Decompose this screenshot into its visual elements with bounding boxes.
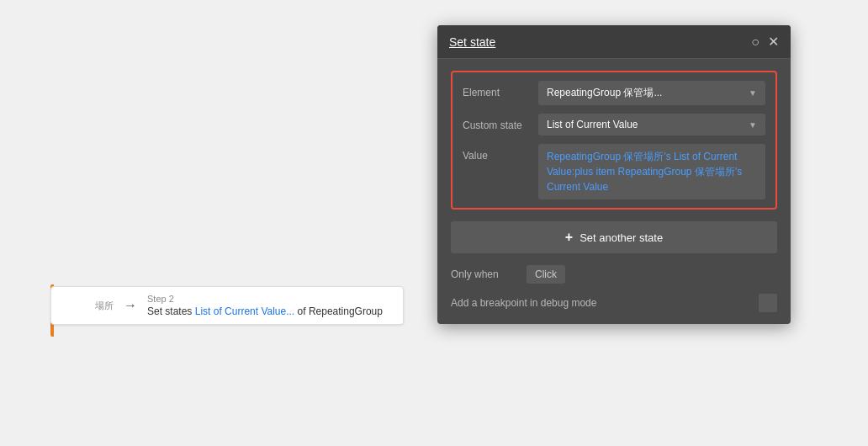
step-left-text: 場所 <box>63 300 114 312</box>
value-control: RepeatingGroup 保管場所's List of Current Va… <box>538 144 765 199</box>
panel-body: Element RepeatingGroup 保管場... ▼ Custom s… <box>437 59 791 324</box>
custom-state-control: List of Current Value ▼ <box>538 114 765 135</box>
element-dropdown-arrow: ▼ <box>749 88 757 98</box>
value-text[interactable]: RepeatingGroup 保管場所's List of Current Va… <box>538 144 765 199</box>
custom-state-dropdown-arrow: ▼ <box>749 120 757 130</box>
set-another-label: Set another state <box>580 231 663 244</box>
debug-toggle[interactable] <box>759 294 777 312</box>
custom-state-value: List of Current Value <box>547 119 638 130</box>
custom-state-label: Custom state <box>463 114 530 131</box>
header-icons <box>751 34 779 50</box>
step-highlight: List of Current Value... <box>195 305 295 317</box>
highlight-box: Element RepeatingGroup 保管場... ▼ Custom s… <box>451 71 777 210</box>
step-description: Set states List of Current Value... of R… <box>147 305 383 317</box>
value-row: Value RepeatingGroup 保管場所's List of Curr… <box>463 144 765 199</box>
step-content: Step 2 Set states List of Current Value.… <box>147 294 383 317</box>
step-label: Step 2 <box>147 294 383 304</box>
debug-label: Add a breakpoint in debug mode <box>451 297 596 309</box>
close-icon[interactable] <box>768 34 779 50</box>
plus-icon: + <box>565 230 573 245</box>
step-card: 場所 → Step 2 Set states List of Current V… <box>50 286 404 325</box>
set-state-panel: Set state Element RepeatingGroup 保管場... … <box>437 25 791 324</box>
debug-row: Add a breakpoint in debug mode <box>451 294 777 312</box>
comment-icon[interactable] <box>751 35 760 50</box>
only-when-value[interactable]: Click <box>527 265 565 284</box>
element-dropdown[interactable]: RepeatingGroup 保管場... ▼ <box>538 81 765 105</box>
custom-state-row: Custom state List of Current Value ▼ <box>463 114 765 135</box>
panel-header: Set state <box>437 25 791 59</box>
element-row: Element RepeatingGroup 保管場... ▼ <box>463 81 765 105</box>
step-arrow-icon: → <box>124 298 137 313</box>
element-label: Element <box>463 81 530 98</box>
element-control: RepeatingGroup 保管場... ▼ <box>538 81 765 105</box>
only-when-row: Only when Click <box>451 265 777 284</box>
only-when-label: Only when <box>451 268 518 280</box>
set-another-state-button[interactable]: + Set another state <box>451 221 777 253</box>
custom-state-dropdown[interactable]: List of Current Value ▼ <box>538 114 765 135</box>
value-label: Value <box>463 144 530 162</box>
panel-title: Set state <box>449 35 495 49</box>
element-value: RepeatingGroup 保管場... <box>547 86 662 100</box>
